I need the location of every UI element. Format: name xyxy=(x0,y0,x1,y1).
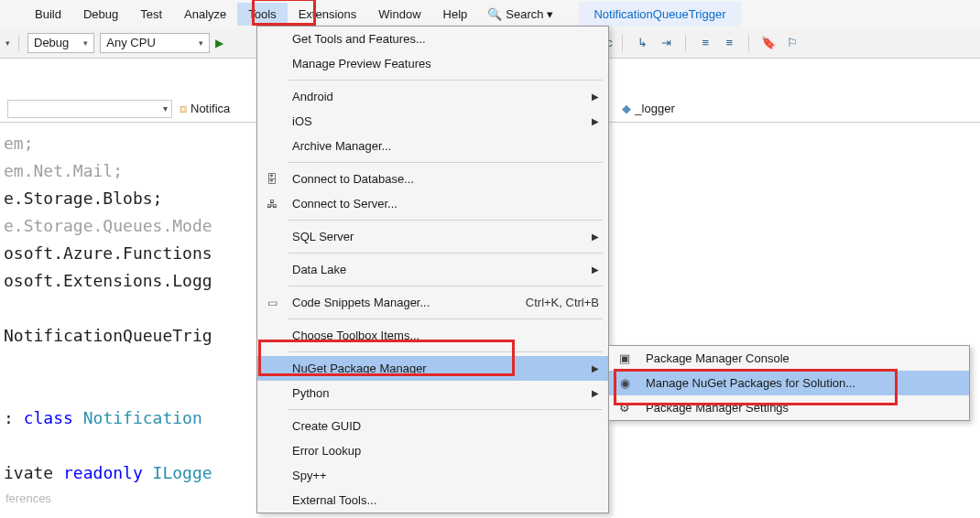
package-icon: ◉ xyxy=(616,376,633,390)
code-line: NotificationQueueTrig xyxy=(4,326,212,345)
breadcrumb-class[interactable]: ⧈ Notifica xyxy=(180,102,230,116)
menu-item-ios[interactable]: iOS▶ xyxy=(257,109,608,134)
menu-item-get-tools-and-features[interactable]: Get Tools and Features... xyxy=(257,27,608,51)
code-line: e.Storage.Blobs; xyxy=(4,189,162,208)
toolbar-icons: abc ↳ ⇥ ≡ ≡ 🔖 ⚐ xyxy=(595,35,800,51)
menu-separator xyxy=(289,80,603,81)
search-icon: 🔍 xyxy=(487,7,502,21)
toolbar-dropdown-icon[interactable]: ▾ xyxy=(5,38,10,48)
server-icon: 🖧 xyxy=(265,198,279,210)
menu-item-label: Get Tools and Features... xyxy=(292,32,426,46)
chevron-down-icon: ▾ xyxy=(199,38,203,48)
db-icon: 🗄 xyxy=(265,173,279,186)
divider xyxy=(18,35,19,51)
chevron-right-icon: ▶ xyxy=(592,116,599,126)
menu-item-create-guid[interactable]: Create GUID xyxy=(257,414,608,438)
menu-item-label: Create GUID xyxy=(292,419,361,433)
menu-item-nuget-package-manager[interactable]: NuGet Package Manager▶ xyxy=(257,356,608,381)
chevron-right-icon: ▶ xyxy=(592,363,599,373)
menu-item-label: Connect to Server... xyxy=(292,197,397,210)
snippet-icon: ▭ xyxy=(265,297,279,309)
menu-item-label: Spy++ xyxy=(292,469,327,482)
field-icon: ◆ xyxy=(622,102,631,115)
class-icon: ⧈ xyxy=(180,102,187,116)
footer-text: ferences xyxy=(5,491,51,505)
menu-item-python[interactable]: Python▶ xyxy=(257,381,608,405)
menu-analyze[interactable]: Analyze xyxy=(173,3,237,26)
menu-item-connect-to-server[interactable]: 🖧Connect to Server... xyxy=(257,191,608,216)
menu-item-label: Error Lookup xyxy=(292,444,361,458)
menu-item-spy[interactable]: Spy++ xyxy=(257,463,608,488)
bookmark-icon[interactable]: 🔖 xyxy=(761,36,776,50)
menu-item-label: Python xyxy=(292,386,329,400)
menu-separator xyxy=(289,162,603,163)
menu-shortcut: Ctrl+K, Ctrl+B xyxy=(526,296,599,309)
submenu-item-manage-nuget-packages-for-solution[interactable]: ◉Manage NuGet Packages for Solution... xyxy=(609,371,969,395)
menu-item-label: External Tools... xyxy=(292,493,376,507)
menu-item-choose-toolbox-items[interactable]: Choose Toolbox Items... xyxy=(257,323,608,348)
menu-extensions[interactable]: Extensions xyxy=(288,3,368,26)
menu-item-label: Data Lake xyxy=(292,263,346,276)
menu-item-code-snippets-manager[interactable]: ▭Code Snippets Manager...Ctrl+K, Ctrl+B xyxy=(257,290,608,315)
menu-item-label: iOS xyxy=(292,114,312,128)
menu-item-label: NuGet Package Manager xyxy=(292,362,427,375)
code-line: : class Notification xyxy=(4,408,202,427)
menu-item-label: Connect to Database... xyxy=(292,172,414,186)
indent-left-icon[interactable]: ≡ xyxy=(698,36,713,50)
menu-test[interactable]: Test xyxy=(129,3,173,26)
code-line: em; xyxy=(4,134,34,153)
open-document-tab[interactable]: NotificationQueueTrigger xyxy=(579,2,740,27)
menu-separator xyxy=(289,220,603,221)
submenu-item-label: Manage NuGet Packages for Solution... xyxy=(646,376,855,390)
code-line: ivate readonly ILogge xyxy=(4,463,212,482)
breadcrumb-member[interactable]: ◆ _logger xyxy=(622,102,674,115)
menu-item-label: Android xyxy=(292,90,333,103)
menu-item-sql-server[interactable]: SQL Server▶ xyxy=(257,224,608,249)
menu-item-manage-preview-features[interactable]: Manage Preview Features xyxy=(257,51,608,76)
nav-field-left[interactable]: ▾ xyxy=(7,100,172,118)
menu-help[interactable]: Help xyxy=(432,3,479,26)
menu-build[interactable]: Build xyxy=(24,3,72,26)
menu-search[interactable]: 🔍 Search ▾ xyxy=(478,3,562,26)
menu-separator xyxy=(289,351,603,352)
submenu-item-package-manager-settings[interactable]: ⚙Package Manager Settings xyxy=(609,395,969,420)
menu-separator xyxy=(289,409,603,410)
menu-item-external-tools[interactable]: External Tools... xyxy=(257,488,608,513)
console-icon: ▣ xyxy=(616,351,633,365)
indent-right-icon[interactable]: ≡ xyxy=(722,36,736,50)
menu-separator xyxy=(289,253,603,254)
divider xyxy=(748,35,749,51)
menu-window[interactable]: Window xyxy=(367,3,431,26)
submenu-item-label: Package Manager Settings xyxy=(646,401,789,415)
chevron-right-icon: ▶ xyxy=(592,92,599,102)
platform-value: Any CPU xyxy=(106,36,155,49)
step-into-icon[interactable]: ↳ xyxy=(635,36,649,50)
menu-item-archive-manager[interactable]: Archive Manager... xyxy=(257,134,608,158)
menu-debug[interactable]: Debug xyxy=(72,3,129,26)
menu-item-error-lookup[interactable]: Error Lookup xyxy=(257,438,608,463)
play-icon[interactable]: ▶ xyxy=(215,37,223,49)
code-line: osoft.Extensions.Logg xyxy=(4,271,212,290)
menu-item-android[interactable]: Android▶ xyxy=(257,84,608,109)
menu-item-label: Archive Manager... xyxy=(292,139,391,153)
search-label: Search xyxy=(506,7,543,21)
breadcrumb-label: Notifica xyxy=(191,102,230,115)
chevron-down-icon: ▾ xyxy=(547,7,553,21)
config-dropdown[interactable]: Debug ▾ xyxy=(27,33,94,53)
menu-item-data-lake[interactable]: Data Lake▶ xyxy=(257,257,608,282)
submenu-item-label: Package Manager Console xyxy=(646,351,789,365)
submenu-item-package-manager-console[interactable]: ▣Package Manager Console xyxy=(609,346,969,371)
menu-tools[interactable]: Tools xyxy=(237,3,287,26)
menubar: Build Debug Test Analyze Tools Extension… xyxy=(0,0,980,27)
chevron-right-icon: ▶ xyxy=(592,232,599,242)
flag-icon[interactable]: ⚐ xyxy=(785,36,800,50)
step-over-icon[interactable]: ⇥ xyxy=(659,36,673,50)
menu-item-label: SQL Server xyxy=(292,230,354,243)
code-line: osoft.Azure.Functions xyxy=(4,243,212,263)
platform-dropdown[interactable]: Any CPU ▾ xyxy=(100,33,210,53)
chevron-right-icon: ▶ xyxy=(592,388,599,398)
divider xyxy=(622,35,623,51)
menu-separator xyxy=(289,318,603,319)
tools-dropdown: Get Tools and Features...Manage Preview … xyxy=(256,26,609,513)
menu-item-connect-to-database[interactable]: 🗄Connect to Database... xyxy=(257,167,608,191)
